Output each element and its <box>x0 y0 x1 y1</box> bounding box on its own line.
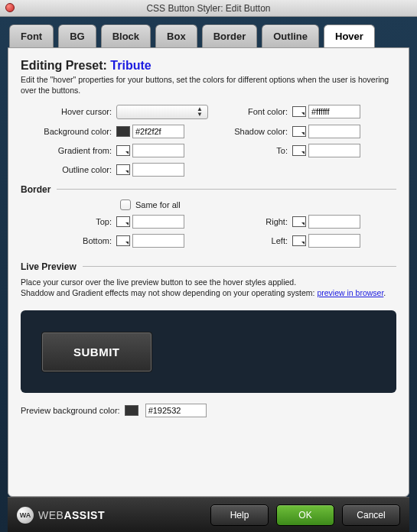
tab-box[interactable]: Box <box>155 24 197 47</box>
label-left: Left: <box>216 236 292 245</box>
cancel-button[interactable]: Cancel <box>342 504 400 526</box>
gradient-from-swatch[interactable] <box>116 145 130 156</box>
outline-color-input[interactable] <box>132 163 184 177</box>
shadow-color-input[interactable] <box>308 125 360 138</box>
label-top: Top: <box>21 217 116 226</box>
help-button[interactable]: Help <box>210 504 269 526</box>
tab-block[interactable]: Block <box>101 24 151 47</box>
outline-color-swatch[interactable] <box>116 164 130 175</box>
border-left-swatch[interactable] <box>292 235 306 246</box>
border-right-swatch[interactable] <box>292 216 306 227</box>
heading-prefix: Editing Preset: <box>21 59 110 72</box>
brand: WA WEBASSIST <box>17 507 105 524</box>
same-for-all-checkbox[interactable] <box>120 200 131 210</box>
brand-badge-icon: WA <box>17 507 34 524</box>
preview-bg-input[interactable] <box>145 404 207 417</box>
window-title: CSS Button Styler: Edit Button <box>146 3 270 14</box>
tab-border[interactable]: Border <box>202 24 258 47</box>
tab-bg[interactable]: BG <box>58 24 96 47</box>
border-bottom-input[interactable] <box>132 234 184 248</box>
form-grid: Hover cursor: ▲▼ Font color: Background … <box>21 103 396 177</box>
brand-text: WEBASSIST <box>38 509 105 521</box>
border-right-input[interactable] <box>308 215 360 229</box>
gradient-to-input[interactable] <box>308 144 360 157</box>
font-color-swatch[interactable] <box>292 106 306 117</box>
preview-bg-swatch[interactable] <box>125 405 138 416</box>
label-preview-bg: Preview background color: <box>21 406 120 415</box>
border-top-input[interactable] <box>132 215 184 229</box>
bg-color-swatch[interactable] <box>116 126 130 137</box>
hover-cursor-select[interactable]: ▲▼ <box>116 105 208 119</box>
panel-hover: Editing Preset: Tribute Edit the "hover"… <box>8 47 409 497</box>
gradient-from-input[interactable] <box>132 144 184 157</box>
bg-color-input[interactable] <box>132 125 184 138</box>
border-section-title: Border <box>21 184 396 195</box>
dialog-footer: WA WEBASSIST Help OK Cancel <box>8 497 409 532</box>
label-bottom: Bottom: <box>21 236 116 245</box>
label-shadow-color: Shadow color: <box>216 127 292 136</box>
live-preview-title: Live Preview <box>21 261 396 272</box>
border-top-swatch[interactable] <box>116 216 130 227</box>
tab-font[interactable]: Font <box>9 24 54 47</box>
label-gradient-to: To: <box>216 146 292 155</box>
gradient-to-swatch[interactable] <box>292 145 306 156</box>
tab-bar: Font BG Block Box Border Outline Hover <box>8 24 409 47</box>
close-icon[interactable] <box>5 3 15 12</box>
content-area: Font BG Block Box Border Outline Hover E… <box>0 17 417 532</box>
page-description: Edit the "hover" properties for your but… <box>21 74 396 96</box>
label-same-for-all: Same for all <box>135 200 181 209</box>
preview-desc: Place your cursor over the live preview … <box>21 277 396 298</box>
ok-button[interactable]: OK <box>276 504 334 526</box>
label-hover-cursor: Hover cursor: <box>21 107 116 116</box>
label-outline-color: Outline color: <box>21 165 116 174</box>
font-color-input[interactable] <box>308 105 360 118</box>
page-heading: Editing Preset: Tribute <box>21 59 396 73</box>
label-font-color: Font color: <box>216 107 292 116</box>
tab-hover[interactable]: Hover <box>324 24 375 47</box>
label-right: Right: <box>216 217 292 226</box>
preset-name: Tribute <box>110 59 151 72</box>
preview-area: SUBMIT <box>21 310 396 393</box>
titlebar: CSS Button Styler: Edit Button <box>0 0 417 17</box>
shadow-color-swatch[interactable] <box>292 126 306 137</box>
preview-in-browser-link[interactable]: preview in browser <box>317 288 383 297</box>
tab-outline[interactable]: Outline <box>262 24 319 47</box>
border-grid: Top: Right: Bottom: Left: <box>21 215 396 248</box>
border-bottom-swatch[interactable] <box>116 235 130 246</box>
label-gradient-from: Gradient from: <box>21 146 116 155</box>
border-left-input[interactable] <box>308 234 360 248</box>
label-bg-color: Background color: <box>21 127 116 136</box>
submit-preview-button[interactable]: SUBMIT <box>42 332 151 371</box>
dialog-window: CSS Button Styler: Edit Button Font BG B… <box>0 0 417 532</box>
